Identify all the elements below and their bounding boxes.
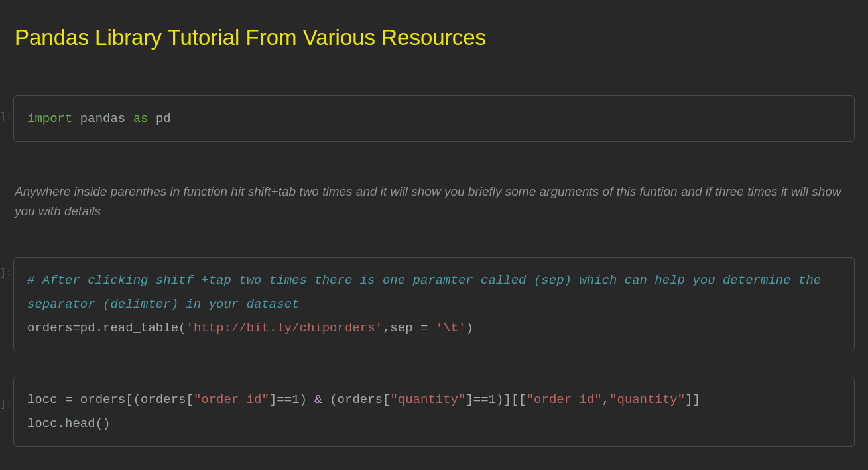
markdown-cell-row: Anywhere inside parenthes in function hi…	[13, 182, 855, 221]
bracket-open: [	[383, 392, 390, 407]
prompt-edge-3: ]:	[0, 399, 12, 410]
bracket-close: ]	[503, 392, 511, 407]
paren-close: )	[300, 392, 307, 407]
function-name: read_table	[103, 321, 178, 335]
bracket-close: ]	[269, 392, 277, 407]
page-title: Pandas Library Tutorial From Various Res…	[13, 0, 855, 70]
number: 1	[489, 392, 496, 407]
identifier: pandas	[80, 111, 125, 126]
operator: =	[413, 321, 436, 335]
operator: ==	[473, 392, 489, 407]
identifier: locc	[27, 392, 58, 407]
operator: ==	[277, 392, 292, 407]
comment: # After clicking shitf +tap two times th…	[27, 273, 829, 312]
string-literal: "order_id"	[527, 392, 602, 407]
code-cell-2-row: # After clicking shitf +tap two times th…	[13, 257, 855, 351]
prompt-edge-1: ]:	[0, 111, 12, 123]
identifier: orders	[141, 392, 186, 407]
paren-open: (	[133, 392, 141, 407]
dot-operator: .	[95, 321, 103, 335]
markdown-cell[interactable]: Anywhere inside parenthes in function hi…	[13, 182, 855, 221]
paren-close: )	[496, 392, 503, 407]
bracket-close: ]	[693, 392, 700, 407]
operator: =	[58, 392, 80, 407]
paren-open: (	[330, 392, 337, 407]
escape-seq: \t	[443, 321, 458, 335]
identifier: sep	[390, 321, 412, 335]
identifier: orders	[27, 321, 72, 335]
code-cell-2[interactable]: # After clicking shitf +tap two times th…	[13, 257, 855, 351]
operator: =	[72, 321, 80, 335]
code-cell-1-row: import pandas as pd	[13, 95, 855, 142]
notebook-container: Pandas Library Tutorial From Various Res…	[0, 0, 868, 447]
identifier: orders	[80, 392, 125, 407]
comma: ,	[383, 321, 390, 335]
dot-operator: .	[58, 416, 65, 431]
identifier: pd	[80, 321, 95, 335]
code-cell-3[interactable]: locc = orders[(orders["order_id"]==1) & …	[13, 377, 855, 447]
comma: ,	[602, 392, 609, 407]
keyword-as: as	[133, 111, 149, 126]
identifier: orders	[338, 392, 383, 407]
bracket-open: [	[511, 392, 519, 407]
string-literal: "order_id"	[194, 392, 269, 407]
paren-open: (	[178, 321, 186, 335]
bracket-open: [	[186, 392, 193, 407]
identifier: locc	[27, 416, 58, 431]
string-quote: '	[458, 321, 465, 335]
string-literal: 'http://bit.ly/chiporders'	[186, 321, 382, 335]
string-literal: "quantity"	[390, 392, 465, 407]
code-cell-3-row: locc = orders[(orders["order_id"]==1) & …	[13, 377, 855, 447]
paren-pair: ()	[95, 416, 111, 431]
string-literal: "quantity"	[609, 392, 685, 407]
prompt-edge-2: ]:	[0, 268, 12, 279]
ampersand: &	[307, 392, 330, 407]
code-cell-1[interactable]: import pandas as pd	[13, 95, 855, 142]
number: 1	[292, 392, 299, 407]
function-name: head	[65, 416, 95, 431]
keyword-import: import	[27, 111, 72, 126]
bracket-open: [	[519, 392, 526, 407]
identifier: pd	[156, 111, 171, 126]
bracket-close: ]	[465, 392, 473, 407]
bracket-open: [	[125, 392, 133, 407]
bracket-close: ]	[685, 392, 692, 407]
paren-close: )	[465, 321, 473, 335]
string-quote: '	[436, 321, 443, 335]
